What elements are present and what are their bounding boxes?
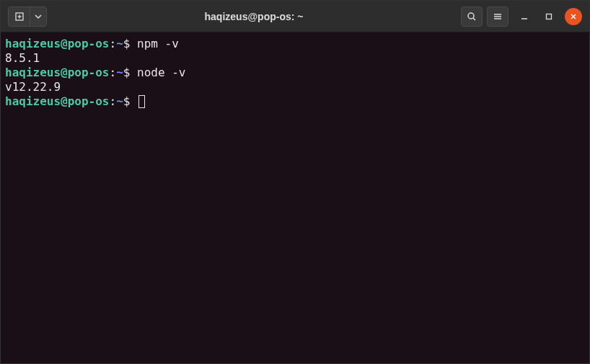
minimize-button[interactable] <box>516 8 533 25</box>
prompt-separator: : <box>110 94 117 108</box>
prompt-line: haqizeus@pop-os:~$ node -v <box>5 66 585 80</box>
prompt-user-host: haqizeus@pop-os <box>5 37 110 50</box>
close-button[interactable] <box>565 8 582 25</box>
terminal-cursor <box>138 95 145 108</box>
window-title: haqizeus@pop-os: ~ <box>50 11 458 22</box>
prompt-symbol: $ <box>123 94 131 108</box>
prompt-user-host: haqizeus@pop-os <box>5 94 110 108</box>
svg-rect-9 <box>547 14 552 19</box>
new-tab-dropdown-button[interactable] <box>30 6 47 27</box>
prompt-path: ~ <box>116 37 123 50</box>
maximize-button[interactable] <box>540 8 558 25</box>
titlebar-left-group <box>8 6 47 27</box>
titlebar-right-group <box>461 6 582 27</box>
command-text: node -v <box>137 66 185 79</box>
hamburger-icon <box>493 12 503 22</box>
minimize-icon <box>521 13 528 20</box>
prompt-symbol: $ <box>123 66 131 79</box>
prompt-separator: : <box>110 66 117 79</box>
new-tab-button[interactable] <box>8 6 30 27</box>
prompt-path: ~ <box>116 66 123 79</box>
output-line: v12.22.9 <box>5 80 585 94</box>
terminal-viewport[interactable]: haqizeus@pop-os:~$ npm -v 8.5.1 haqizeus… <box>1 32 589 113</box>
prompt-line-active: haqizeus@pop-os:~$ <box>5 94 585 109</box>
prompt-line: haqizeus@pop-os:~$ npm -v <box>5 37 585 51</box>
maximize-icon <box>545 13 552 20</box>
prompt-symbol: $ <box>123 37 131 50</box>
plus-icon <box>14 12 25 22</box>
prompt-path: ~ <box>116 94 123 108</box>
svg-point-3 <box>468 13 474 19</box>
svg-line-4 <box>473 18 475 20</box>
prompt-separator: : <box>110 37 117 50</box>
search-button[interactable] <box>461 6 483 27</box>
output-line: 8.5.1 <box>5 51 585 66</box>
prompt-user-host: haqizeus@pop-os <box>5 66 110 79</box>
hamburger-menu-button[interactable] <box>487 6 508 27</box>
chevron-down-icon <box>35 13 42 20</box>
search-icon <box>467 12 477 22</box>
window-titlebar: haqizeus@pop-os: ~ <box>1 1 589 32</box>
command-text: npm -v <box>137 37 179 50</box>
close-icon <box>570 13 577 20</box>
